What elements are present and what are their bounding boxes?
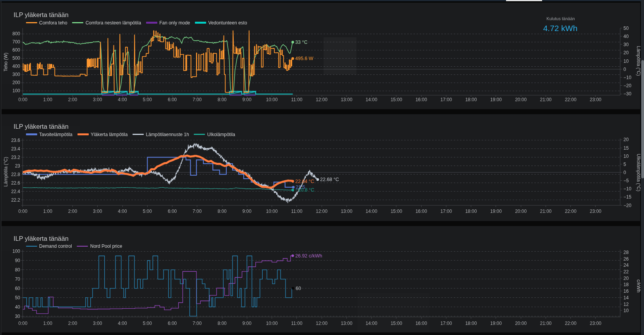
svg-text:1:00: 1:00 bbox=[43, 209, 53, 214]
svg-text:17:00: 17:00 bbox=[440, 321, 452, 326]
svg-text:22:00: 22:00 bbox=[565, 97, 577, 102]
svg-text:495.6 W: 495.6 W bbox=[295, 56, 313, 61]
svg-text:11:00: 11:00 bbox=[291, 97, 302, 102]
svg-text:6:00: 6:00 bbox=[168, 97, 177, 102]
svg-text:3:00: 3:00 bbox=[93, 209, 102, 214]
svg-text:30: 30 bbox=[623, 42, 629, 47]
svg-text:7:00: 7:00 bbox=[193, 321, 202, 326]
svg-text:22:00: 22:00 bbox=[565, 209, 577, 214]
svg-text:−30: −30 bbox=[623, 91, 632, 97]
svg-text:4.72 kWh: 4.72 kWh bbox=[543, 24, 578, 33]
svg-text:19:00: 19:00 bbox=[490, 97, 502, 102]
svg-text:28: 28 bbox=[623, 250, 629, 255]
svg-text:Teho (W): Teho (W) bbox=[3, 53, 9, 72]
svg-text:5:00: 5:00 bbox=[143, 209, 152, 214]
svg-text:2:00: 2:00 bbox=[68, 209, 77, 214]
svg-text:23:00: 23:00 bbox=[590, 321, 601, 326]
svg-text:5:00: 5:00 bbox=[143, 321, 152, 326]
svg-text:6:00: 6:00 bbox=[168, 321, 177, 326]
svg-text:0: 0 bbox=[623, 67, 626, 72]
svg-text:14: 14 bbox=[623, 295, 629, 300]
svg-text:26: 26 bbox=[623, 256, 629, 262]
svg-text:−10: −10 bbox=[623, 186, 632, 192]
svg-text:19:00: 19:00 bbox=[490, 209, 502, 214]
svg-text:22:00: 22:00 bbox=[565, 321, 577, 326]
svg-text:8:00: 8:00 bbox=[217, 209, 227, 214]
svg-text:4:00: 4:00 bbox=[118, 321, 127, 326]
svg-text:4:00: 4:00 bbox=[118, 97, 127, 102]
svg-text:−5: −5 bbox=[623, 178, 629, 183]
svg-text:18:00: 18:00 bbox=[465, 321, 477, 326]
svg-text:7:00: 7:00 bbox=[193, 209, 202, 214]
svg-text:20:00: 20:00 bbox=[515, 97, 527, 102]
svg-text:−15: −15 bbox=[623, 194, 632, 200]
svg-text:9:00: 9:00 bbox=[243, 97, 252, 102]
svg-text:700: 700 bbox=[12, 39, 20, 45]
svg-text:14:00: 14:00 bbox=[366, 209, 377, 214]
svg-text:20: 20 bbox=[623, 50, 629, 55]
svg-text:12:00: 12:00 bbox=[316, 321, 327, 326]
svg-text:23.6: 23.6 bbox=[11, 138, 21, 143]
svg-text:19:00: 19:00 bbox=[490, 321, 502, 326]
svg-text:11:00: 11:00 bbox=[291, 209, 302, 214]
svg-text:20: 20 bbox=[623, 276, 629, 281]
svg-text:40: 40 bbox=[623, 34, 629, 39]
svg-text:12:00: 12:00 bbox=[316, 97, 327, 102]
svg-text:18: 18 bbox=[623, 282, 629, 287]
svg-text:12:00: 12:00 bbox=[316, 209, 327, 214]
svg-text:Ulkolämpötila (°C): Ulkolämpötila (°C) bbox=[636, 154, 641, 192]
svg-text:23: 23 bbox=[15, 163, 21, 169]
svg-text:15:00: 15:00 bbox=[391, 97, 402, 102]
svg-text:20:00: 20:00 bbox=[515, 209, 527, 214]
svg-text:23.4: 23.4 bbox=[11, 146, 21, 152]
svg-text:14:00: 14:00 bbox=[366, 97, 377, 102]
svg-text:17:00: 17:00 bbox=[440, 97, 452, 102]
svg-text:23:00: 23:00 bbox=[590, 97, 601, 102]
svg-text:10: 10 bbox=[623, 59, 629, 64]
svg-text:17:00: 17:00 bbox=[440, 209, 452, 214]
svg-text:−10: −10 bbox=[623, 75, 632, 80]
svg-text:26.92 c/kWh: 26.92 c/kWh bbox=[295, 253, 322, 259]
svg-text:3:00: 3:00 bbox=[93, 321, 102, 326]
svg-text:4:00: 4:00 bbox=[118, 209, 127, 214]
svg-text:−10.8 °C: −10.8 °C bbox=[295, 187, 314, 193]
svg-text:Kulutus tänään: Kulutus tänään bbox=[546, 16, 575, 21]
svg-text:12: 12 bbox=[623, 302, 629, 307]
svg-text:22.2: 22.2 bbox=[11, 197, 21, 203]
svg-text:c/kWh: c/kWh bbox=[636, 280, 641, 292]
svg-text:18:00: 18:00 bbox=[465, 209, 477, 214]
svg-text:60: 60 bbox=[296, 286, 301, 291]
svg-text:7:00: 7:00 bbox=[193, 97, 202, 102]
svg-text:23.2: 23.2 bbox=[11, 155, 21, 160]
svg-text:10:00: 10:00 bbox=[266, 97, 278, 102]
svg-text:9:00: 9:00 bbox=[243, 209, 252, 214]
svg-text:22.4: 22.4 bbox=[11, 189, 21, 194]
svg-text:15:00: 15:00 bbox=[391, 209, 402, 214]
svg-text:13:00: 13:00 bbox=[341, 97, 352, 102]
svg-text:−20: −20 bbox=[623, 203, 632, 208]
svg-text:5: 5 bbox=[623, 162, 626, 167]
svg-text:5:00: 5:00 bbox=[143, 97, 152, 102]
svg-text:33 °C: 33 °C bbox=[295, 40, 307, 45]
svg-text:10:00: 10:00 bbox=[266, 321, 278, 326]
svg-text:6:00: 6:00 bbox=[168, 209, 177, 214]
svg-text:22.68 °C: 22.68 °C bbox=[320, 177, 339, 182]
svg-text:600: 600 bbox=[12, 47, 20, 53]
svg-text:16:00: 16:00 bbox=[415, 97, 427, 102]
svg-text:22.64 °C: 22.64 °C bbox=[295, 179, 314, 184]
svg-text:21:00: 21:00 bbox=[540, 321, 551, 326]
svg-text:21:00: 21:00 bbox=[540, 209, 551, 214]
svg-text:Lämpötila (°C): Lämpötila (°C) bbox=[3, 157, 9, 187]
svg-text:11:00: 11:00 bbox=[291, 321, 302, 326]
svg-text:16: 16 bbox=[623, 288, 629, 294]
svg-text:−20: −20 bbox=[623, 83, 632, 88]
svg-text:0: 0 bbox=[623, 170, 626, 175]
svg-text:20: 20 bbox=[623, 137, 629, 142]
svg-text:22: 22 bbox=[623, 269, 629, 275]
svg-text:300: 300 bbox=[12, 72, 20, 77]
svg-text:Lämpötila (°C): Lämpötila (°C) bbox=[636, 46, 641, 76]
svg-text:8:00: 8:00 bbox=[217, 97, 227, 102]
svg-text:9:00: 9:00 bbox=[243, 321, 252, 326]
svg-text:22.6: 22.6 bbox=[11, 180, 21, 186]
svg-text:500: 500 bbox=[12, 55, 20, 61]
